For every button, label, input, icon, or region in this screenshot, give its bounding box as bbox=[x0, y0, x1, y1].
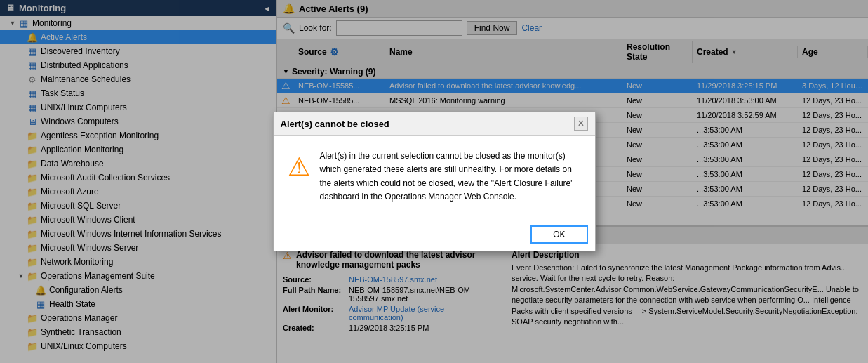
modal-dialog: Alert(s) cannot be closed × ⚠ Alert(s) i… bbox=[273, 112, 596, 251]
modal-titlebar: Alert(s) cannot be closed × bbox=[274, 112, 595, 136]
modal-close-button[interactable]: × bbox=[574, 117, 587, 131]
modal-overlay: Alert(s) cannot be closed × ⚠ Alert(s) i… bbox=[0, 0, 868, 363]
modal-warning-icon: ⚠ bbox=[288, 152, 310, 182]
modal-footer: OK bbox=[274, 218, 595, 251]
modal-ok-button[interactable]: OK bbox=[530, 225, 587, 244]
modal-body-text: Alert(s) in the current selection cannot… bbox=[320, 150, 581, 204]
modal-title: Alert(s) cannot be closed bbox=[281, 119, 389, 129]
modal-body: ⚠ Alert(s) in the current selection cann… bbox=[274, 136, 595, 218]
